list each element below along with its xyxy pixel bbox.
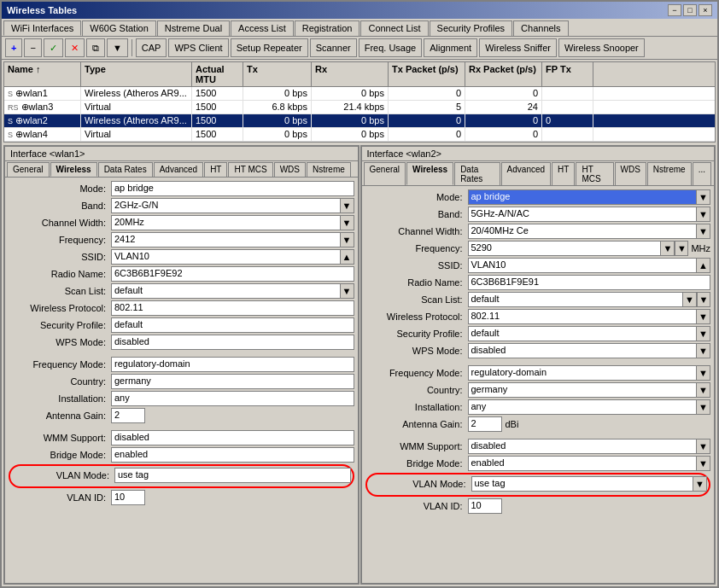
panel2-tab-ht-mcs[interactable]: HT MCS <box>576 162 613 185</box>
tab-registration[interactable]: Registration <box>295 20 360 36</box>
mode-value[interactable]: ap bridge <box>111 181 354 196</box>
panel1-tab-nstreme[interactable]: Nstreme <box>307 162 351 177</box>
wireless-protocol2-dropdown[interactable]: ▼ <box>697 309 710 324</box>
panel2-tab-data-rates[interactable]: Data Rates <box>454 162 500 185</box>
alignment-button[interactable]: Alignment <box>424 38 477 57</box>
scan-list2-value[interactable]: default <box>468 292 684 307</box>
wmm2-value[interactable]: disabled <box>468 439 698 454</box>
bridge-mode-value[interactable]: enabled <box>111 447 354 463</box>
channel-width2-dropdown[interactable]: ▼ <box>697 224 710 239</box>
vlan-mode-value[interactable]: use tag <box>114 468 351 483</box>
vlan-mode2-value[interactable]: use tag <box>471 476 694 492</box>
band-value[interactable]: 2GHz-G/N <box>111 198 341 213</box>
antenna-gain-value[interactable]: 2 <box>111 408 145 423</box>
channel-width-dropdown[interactable]: ▼ <box>341 215 354 230</box>
freq-mode2-value[interactable]: regulatory-domain <box>468 365 698 381</box>
panel2-tab-more[interactable]: ... <box>693 162 711 185</box>
freq-mode2-dropdown[interactable]: ▼ <box>697 365 710 381</box>
band2-dropdown[interactable]: ▼ <box>697 207 710 222</box>
panel1-tab-wds[interactable]: WDS <box>274 162 306 177</box>
installation-value[interactable]: any <box>111 391 354 406</box>
band-dropdown[interactable]: ▼ <box>341 198 354 213</box>
panel2-tab-ht[interactable]: HT <box>552 162 575 185</box>
vlan-id-value[interactable]: 10 <box>111 490 145 505</box>
tab-w60g[interactable]: W60G Station <box>82 20 155 36</box>
scan-list-dropdown[interactable]: ▼ <box>341 283 354 299</box>
table-row[interactable]: RS ⊕wlan3 Virtual 1500 6.8 kbps 21.4 kbp… <box>4 101 715 114</box>
panel2-tab-general[interactable]: General <box>364 162 406 185</box>
panel1-tab-ht-mcs[interactable]: HT MCS <box>228 162 272 177</box>
panel1-tab-general[interactable]: General <box>7 162 50 177</box>
scanner-button[interactable]: Scanner <box>310 38 357 57</box>
ssid-dropdown[interactable]: ▲ <box>341 249 354 265</box>
tab-security-profiles[interactable]: Security Profiles <box>430 20 512 36</box>
installation2-dropdown[interactable]: ▼ <box>697 399 710 415</box>
security-profile-value[interactable]: default <box>111 317 354 333</box>
panel2-tab-wireless[interactable]: Wireless <box>406 162 453 185</box>
security-profile2-dropdown[interactable]: ▼ <box>697 326 710 341</box>
tab-wifi-interfaces[interactable]: WiFi Interfaces <box>3 20 81 36</box>
freq-usage-button[interactable]: Freq. Usage <box>359 38 423 57</box>
frequency-value[interactable]: 2412 <box>111 232 341 247</box>
wireless-protocol-value[interactable]: 802.11 <box>111 300 354 316</box>
panel2-tab-nstreme[interactable]: Nstreme <box>647 162 692 185</box>
wmm2-dropdown[interactable]: ▼ <box>697 439 710 454</box>
table-row[interactable]: S ⊕wlan1 Wireless (Atheros AR9... 1500 0… <box>4 87 715 101</box>
wireless-snooper-button[interactable]: Wireless Snooper <box>558 38 645 57</box>
vlan-id2-value[interactable]: 10 <box>468 498 502 514</box>
panel1-tab-wireless[interactable]: Wireless <box>50 162 97 177</box>
maximize-button[interactable]: □ <box>683 4 697 16</box>
panel1-tab-data-rates[interactable]: Data Rates <box>98 162 153 177</box>
panel2-tab-wds[interactable]: WDS <box>615 162 646 185</box>
wireless-sniffer-button[interactable]: Wireless Sniffer <box>479 38 557 57</box>
tab-connect-list[interactable]: Connect List <box>360 20 428 36</box>
security-profile2-value[interactable]: default <box>468 326 698 341</box>
frequency-dropdown[interactable]: ▼ <box>341 232 354 247</box>
ssid-value[interactable]: VLAN10 <box>111 249 341 265</box>
scan-list2-dropdown[interactable]: ▼ <box>683 292 697 307</box>
radio-name-value[interactable]: 6C3B6B1F9E92 <box>111 266 354 282</box>
wmm-value[interactable]: disabled <box>111 430 354 445</box>
mode2-dropdown[interactable]: ▼ <box>697 189 710 205</box>
panel2-tab-advanced[interactable]: Advanced <box>501 162 551 185</box>
bridge-mode2-dropdown[interactable]: ▼ <box>697 456 710 471</box>
copy-button[interactable]: ⧉ <box>86 38 105 57</box>
cap-button[interactable]: CAP <box>136 38 167 57</box>
tab-access-list[interactable]: Access List <box>231 20 294 36</box>
tab-nstreme-dual[interactable]: Nstreme Dual <box>157 20 230 36</box>
channel-width2-value[interactable]: 20/40MHz Ce <box>468 224 698 239</box>
installation2-value[interactable]: any <box>468 399 698 415</box>
wps-mode2-dropdown[interactable]: ▼ <box>697 343 710 358</box>
enable-button[interactable]: ✓ <box>44 38 63 57</box>
close-button[interactable]: × <box>699 4 712 16</box>
ssid2-value[interactable]: VLAN10 <box>468 258 698 273</box>
scan-list2-dropdown2[interactable]: ▼ <box>697 292 710 307</box>
scan-list-value[interactable]: default <box>111 283 341 299</box>
antenna-gain2-value[interactable]: 2 <box>468 416 502 432</box>
table-row[interactable]: S ⊕wlan2 Wireless (Atheros AR9... 1500 0… <box>4 114 715 128</box>
setup-repeater-button[interactable]: Setup Repeater <box>231 38 308 57</box>
vlan-mode2-dropdown[interactable]: ▼ <box>693 476 707 492</box>
country-value[interactable]: germany <box>111 374 354 389</box>
freq-mode-value[interactable]: regulatory-domain <box>111 357 354 372</box>
band2-value[interactable]: 5GHz-A/N/AC <box>468 207 698 222</box>
radio-name2-value[interactable]: 6C3B6B1F9E91 <box>468 275 711 290</box>
filter-button[interactable]: ▼ <box>107 38 128 57</box>
country2-dropdown[interactable]: ▼ <box>697 382 710 398</box>
wps-client-button[interactable]: WPS Client <box>168 38 228 57</box>
country2-value[interactable]: germany <box>468 382 698 398</box>
panel1-tab-advanced[interactable]: Advanced <box>154 162 203 177</box>
disable-button[interactable]: ✕ <box>65 38 85 57</box>
ssid2-dropdown[interactable]: ▲ <box>697 258 710 273</box>
frequency2-value[interactable]: 5290 <box>468 241 662 256</box>
wps-mode-value[interactable]: disabled <box>111 335 354 350</box>
wireless-protocol2-value[interactable]: 802.11 <box>468 309 698 324</box>
minimize-button[interactable]: − <box>668 4 681 16</box>
mode2-value[interactable]: ap bridge <box>468 189 698 205</box>
tab-channels[interactable]: Channels <box>513 20 568 36</box>
table-row[interactable]: S ⊕wlan4 Virtual 1500 0 bps 0 bps 0 0 <box>4 128 715 142</box>
bridge-mode2-value[interactable]: enabled <box>468 456 698 471</box>
add-button[interactable]: + <box>5 38 22 57</box>
frequency2-dropdown[interactable]: ▼ <box>661 241 675 256</box>
remove-button[interactable]: − <box>24 38 41 57</box>
